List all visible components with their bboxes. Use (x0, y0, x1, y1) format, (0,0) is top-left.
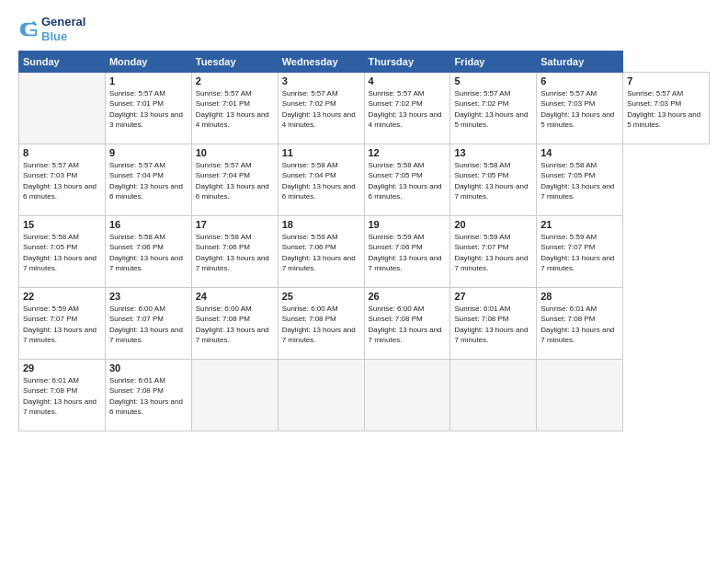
day-number: 28 (540, 291, 619, 302)
col-saturday: Saturday (537, 52, 623, 73)
day-cell-22: 22 Sunrise: 5:59 AM Sunset: 7:07 PM Dayl… (19, 288, 106, 360)
day-cell-13: 13 Sunrise: 5:58 AM Sunset: 7:05 PM Dayl… (450, 144, 537, 216)
day-cell-5: 5 Sunrise: 5:57 AM Sunset: 7:02 PM Dayli… (450, 73, 537, 144)
day-cell-19: 19 Sunrise: 5:59 AM Sunset: 7:06 PM Dayl… (364, 216, 450, 288)
day-cell-6: 6 Sunrise: 5:57 AM Sunset: 7:03 PM Dayli… (537, 73, 623, 144)
day-info: Sunrise: 5:59 AM Sunset: 7:07 PM Dayligh… (454, 232, 532, 273)
week-row-2: 15 Sunrise: 5:58 AM Sunset: 7:05 PM Dayl… (19, 216, 710, 288)
day-cell-4: 4 Sunrise: 5:57 AM Sunset: 7:02 PM Dayli… (364, 73, 450, 144)
day-number: 18 (282, 219, 360, 230)
day-number: 12 (369, 147, 447, 158)
header-row: Sunday Monday Tuesday Wednesday Thursday… (19, 52, 710, 73)
day-cell-26: 26 Sunrise: 6:00 AM Sunset: 7:08 PM Dayl… (364, 288, 450, 360)
day-number: 24 (196, 291, 274, 302)
empty-cell (537, 360, 623, 431)
col-tuesday: Tuesday (191, 52, 278, 73)
day-number: 6 (540, 75, 619, 86)
day-number: 14 (540, 147, 619, 158)
empty-cell (19, 73, 106, 144)
day-cell-3: 3 Sunrise: 5:57 AM Sunset: 7:02 PM Dayli… (278, 73, 364, 144)
day-info: Sunrise: 6:01 AM Sunset: 7:08 PM Dayligh… (454, 304, 532, 345)
day-number: 30 (109, 362, 188, 373)
day-cell-27: 27 Sunrise: 6:01 AM Sunset: 7:08 PM Dayl… (450, 288, 537, 360)
day-cell-7: 7 Sunrise: 5:57 AM Sunset: 7:03 PM Dayli… (623, 73, 710, 144)
day-cell-20: 20 Sunrise: 5:59 AM Sunset: 7:07 PM Dayl… (450, 216, 537, 288)
col-monday: Monday (105, 52, 191, 73)
day-info: Sunrise: 5:57 AM Sunset: 7:02 PM Dayligh… (282, 88, 360, 130)
day-cell-25: 25 Sunrise: 6:00 AM Sunset: 7:08 PM Dayl… (278, 288, 364, 360)
logo: General Blue (18, 15, 85, 43)
day-cell-30: 30 Sunrise: 6:01 AM Sunset: 7:08 PM Dayl… (105, 360, 191, 431)
day-info: Sunrise: 5:58 AM Sunset: 7:05 PM Dayligh… (369, 160, 447, 201)
day-info: Sunrise: 6:00 AM Sunset: 7:08 PM Dayligh… (196, 304, 274, 345)
week-row-4: 29 Sunrise: 6:01 AM Sunset: 7:08 PM Dayl… (19, 360, 710, 431)
week-row-0: 1 Sunrise: 5:57 AM Sunset: 7:01 PM Dayli… (19, 73, 710, 144)
col-wednesday: Wednesday (278, 52, 364, 73)
day-number: 1 (109, 75, 188, 86)
day-number: 4 (369, 75, 447, 86)
day-info: Sunrise: 6:00 AM Sunset: 7:08 PM Dayligh… (282, 304, 360, 345)
day-cell-17: 17 Sunrise: 5:58 AM Sunset: 7:06 PM Dayl… (191, 216, 278, 288)
day-info: Sunrise: 5:57 AM Sunset: 7:04 PM Dayligh… (109, 160, 188, 201)
day-number: 19 (369, 219, 447, 230)
day-info: Sunrise: 5:57 AM Sunset: 7:01 PM Dayligh… (109, 88, 188, 130)
day-cell-8: 8 Sunrise: 5:57 AM Sunset: 7:03 PM Dayli… (19, 144, 106, 216)
day-number: 10 (196, 147, 274, 158)
logo-text: General Blue (41, 15, 85, 43)
day-info: Sunrise: 5:57 AM Sunset: 7:03 PM Dayligh… (627, 88, 705, 130)
day-number: 25 (282, 291, 360, 302)
day-number: 13 (454, 147, 532, 158)
day-cell-23: 23 Sunrise: 6:00 AM Sunset: 7:07 PM Dayl… (105, 288, 191, 360)
day-info: Sunrise: 6:01 AM Sunset: 7:08 PM Dayligh… (109, 375, 188, 417)
day-cell-29: 29 Sunrise: 6:01 AM Sunset: 7:08 PM Dayl… (19, 360, 106, 431)
day-cell-1: 1 Sunrise: 5:57 AM Sunset: 7:01 PM Dayli… (105, 73, 191, 144)
day-number: 27 (454, 291, 532, 302)
day-number: 3 (282, 75, 360, 86)
day-info: Sunrise: 5:58 AM Sunset: 7:05 PM Dayligh… (454, 160, 532, 201)
day-info: Sunrise: 5:58 AM Sunset: 7:05 PM Dayligh… (23, 232, 101, 273)
day-info: Sunrise: 5:57 AM Sunset: 7:01 PM Dayligh… (196, 88, 274, 130)
day-cell-16: 16 Sunrise: 5:58 AM Sunset: 7:06 PM Dayl… (105, 216, 191, 288)
empty-cell (450, 360, 537, 431)
day-info: Sunrise: 5:58 AM Sunset: 7:05 PM Dayligh… (540, 160, 619, 201)
empty-cell (191, 360, 278, 431)
day-number: 29 (23, 362, 101, 373)
day-number: 22 (23, 291, 101, 302)
day-cell-11: 11 Sunrise: 5:58 AM Sunset: 7:04 PM Dayl… (278, 144, 364, 216)
day-info: Sunrise: 5:57 AM Sunset: 7:03 PM Dayligh… (540, 88, 619, 130)
day-number: 5 (454, 75, 532, 86)
day-info: Sunrise: 5:58 AM Sunset: 7:06 PM Dayligh… (196, 232, 274, 273)
day-info: Sunrise: 6:00 AM Sunset: 7:07 PM Dayligh… (109, 304, 188, 345)
col-thursday: Thursday (364, 52, 450, 73)
day-info: Sunrise: 5:57 AM Sunset: 7:02 PM Dayligh… (454, 88, 532, 130)
day-number: 8 (23, 147, 101, 158)
day-number: 23 (109, 291, 188, 302)
day-info: Sunrise: 5:59 AM Sunset: 7:06 PM Dayligh… (369, 232, 447, 273)
day-cell-24: 24 Sunrise: 6:00 AM Sunset: 7:08 PM Dayl… (191, 288, 278, 360)
empty-cell (278, 360, 364, 431)
day-info: Sunrise: 5:57 AM Sunset: 7:02 PM Dayligh… (369, 88, 447, 130)
day-cell-18: 18 Sunrise: 5:59 AM Sunset: 7:06 PM Dayl… (278, 216, 364, 288)
day-number: 26 (369, 291, 447, 302)
day-number: 2 (196, 75, 274, 86)
header: General Blue (18, 15, 710, 43)
day-number: 9 (109, 147, 188, 158)
day-number: 16 (109, 219, 188, 230)
day-number: 20 (454, 219, 532, 230)
day-cell-12: 12 Sunrise: 5:58 AM Sunset: 7:05 PM Dayl… (364, 144, 450, 216)
week-row-1: 8 Sunrise: 5:57 AM Sunset: 7:03 PM Dayli… (19, 144, 710, 216)
day-info: Sunrise: 6:01 AM Sunset: 7:08 PM Dayligh… (540, 304, 619, 345)
page: General Blue Sunday Monday Tuesday Wedne… (0, 0, 728, 563)
day-cell-28: 28 Sunrise: 6:01 AM Sunset: 7:08 PM Dayl… (537, 288, 623, 360)
day-info: Sunrise: 5:59 AM Sunset: 7:07 PM Dayligh… (23, 304, 101, 345)
col-sunday: Sunday (19, 52, 106, 73)
day-info: Sunrise: 5:57 AM Sunset: 7:04 PM Dayligh… (196, 160, 274, 201)
day-number: 7 (627, 75, 705, 86)
day-info: Sunrise: 5:58 AM Sunset: 7:06 PM Dayligh… (109, 232, 188, 273)
day-number: 21 (540, 219, 619, 230)
day-info: Sunrise: 5:58 AM Sunset: 7:04 PM Dayligh… (282, 160, 360, 201)
day-info: Sunrise: 5:59 AM Sunset: 7:06 PM Dayligh… (282, 232, 360, 273)
empty-cell (364, 360, 450, 431)
day-cell-21: 21 Sunrise: 5:59 AM Sunset: 7:07 PM Dayl… (537, 216, 623, 288)
day-number: 17 (196, 219, 274, 230)
